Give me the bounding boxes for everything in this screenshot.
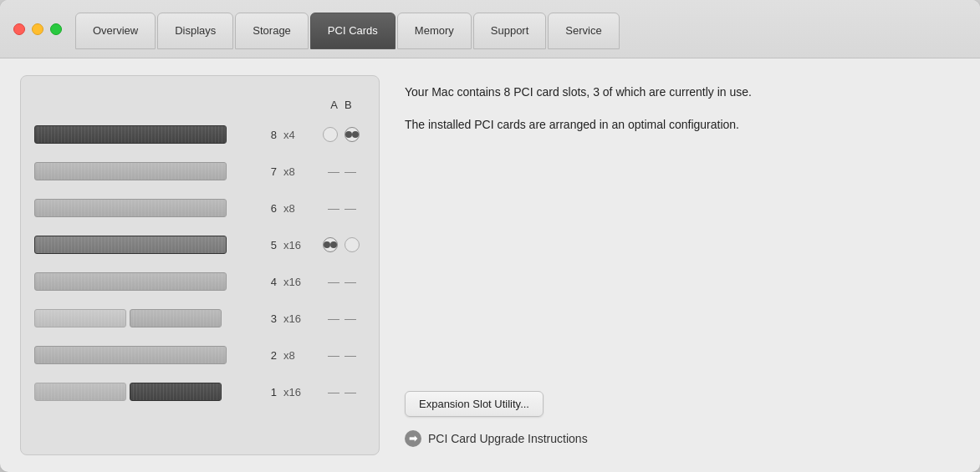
slot-5-speed: x16 bbox=[283, 239, 310, 251]
tab-overview[interactable]: Overview bbox=[75, 13, 156, 49]
content-area: A B 8 x4 bbox=[0, 58, 980, 472]
slot-6-card bbox=[34, 199, 227, 217]
window: Overview Displays Storage PCI Cards Memo… bbox=[0, 0, 980, 472]
description-text-1: Your Mac contains 8 PCI card slots, 3 of… bbox=[405, 84, 960, 101]
slot-2-dash-b: — bbox=[345, 348, 355, 362]
slot-4-card bbox=[34, 272, 227, 291]
slot-7-num: 7 bbox=[262, 165, 277, 178]
tab-pci-cards[interactable]: PCI Cards bbox=[310, 13, 396, 49]
right-panel: Your Mac contains 8 PCI card slots, 3 of… bbox=[405, 75, 960, 455]
slot-4-dash-b: — bbox=[345, 275, 355, 288]
traffic-lights bbox=[13, 23, 62, 35]
tab-bar: Overview Displays Storage PCI Cards Memo… bbox=[75, 11, 967, 48]
slot-8-indicators bbox=[317, 127, 365, 142]
tab-displays[interactable]: Displays bbox=[157, 13, 233, 49]
slot-row-2: 2 x8 — — bbox=[34, 337, 365, 373]
close-button[interactable] bbox=[13, 23, 25, 35]
slot-8-num: 8 bbox=[262, 129, 277, 141]
slot-4-dash-a: — bbox=[328, 275, 338, 288]
bottom-actions: Expansion Slot Utility... ➡ PCI Card Upg… bbox=[405, 391, 960, 447]
slot-3-dash-a: — bbox=[328, 312, 338, 325]
slot-6-cards bbox=[34, 199, 255, 217]
slot-row-4: 4 x16 — — bbox=[34, 263, 365, 300]
slot-7-dash-a: — bbox=[328, 165, 338, 178]
slot-row-6: 6 x8 — — bbox=[34, 190, 365, 226]
tab-memory[interactable]: Memory bbox=[397, 13, 472, 49]
slot-5-cards bbox=[34, 236, 255, 254]
slot-5-radio-b[interactable] bbox=[345, 237, 360, 252]
slot-7-cards bbox=[34, 162, 255, 180]
slot-1-indicators: — — bbox=[317, 385, 365, 398]
slot-3-card-left bbox=[34, 309, 126, 327]
ab-headers: A B bbox=[317, 99, 365, 111]
slot-4-cards bbox=[34, 272, 255, 291]
description-text-2: The installed PCI cards are arranged in … bbox=[405, 116, 960, 134]
slot-8-radio-a[interactable] bbox=[323, 127, 338, 142]
slot-6-dash-a: — bbox=[328, 201, 338, 215]
slot-8-speed: x4 bbox=[283, 129, 310, 141]
slot-7-dash-b: — bbox=[345, 165, 355, 178]
slot-3-card-right bbox=[130, 309, 222, 327]
slot-3-speed: x16 bbox=[283, 312, 310, 325]
description-area: Your Mac contains 8 PCI card slots, 3 of… bbox=[405, 84, 960, 149]
slot-row-8: 8 x4 bbox=[34, 116, 365, 153]
slot-2-speed: x8 bbox=[283, 349, 310, 362]
maximize-button[interactable] bbox=[50, 23, 62, 35]
slot-2-card bbox=[34, 346, 227, 364]
slot-6-num: 6 bbox=[262, 202, 277, 215]
pci-slots-panel: A B 8 x4 bbox=[20, 75, 380, 455]
slot-1-card-right bbox=[130, 383, 222, 401]
slot-7-indicators: — — bbox=[317, 165, 365, 178]
slot-2-dash-a: — bbox=[328, 348, 338, 362]
col-b-header: B bbox=[345, 99, 352, 111]
slot-7-card bbox=[34, 162, 227, 180]
minimize-button[interactable] bbox=[32, 23, 43, 35]
slot-3-dash-b: — bbox=[345, 312, 355, 325]
slot-8-radio-b[interactable] bbox=[345, 127, 360, 142]
slot-3-num: 3 bbox=[262, 312, 277, 325]
slot-4-indicators: — — bbox=[317, 275, 365, 288]
slot-row-3: 3 x16 — — bbox=[34, 300, 365, 337]
upgrade-icon: ➡ bbox=[405, 430, 421, 447]
slot-row-1: 1 x16 — — bbox=[34, 373, 365, 410]
slot-3-indicators: — — bbox=[317, 312, 365, 325]
slot-8-card bbox=[34, 125, 227, 144]
slot-2-cards bbox=[34, 346, 255, 364]
slot-4-speed: x16 bbox=[283, 276, 310, 288]
slot-6-dash-b: — bbox=[345, 201, 355, 215]
tab-support[interactable]: Support bbox=[473, 13, 547, 49]
slot-7-speed: x8 bbox=[283, 165, 310, 178]
slot-1-num: 1 bbox=[262, 386, 277, 398]
slot-5-radio-a[interactable] bbox=[323, 237, 338, 252]
slot-5-num: 5 bbox=[262, 239, 277, 251]
upgrade-link-label: PCI Card Upgrade Instructions bbox=[428, 432, 588, 445]
slot-1-card-left bbox=[34, 383, 126, 401]
slot-1-speed: x16 bbox=[283, 386, 310, 398]
col-a-header: A bbox=[330, 99, 338, 111]
tab-service[interactable]: Service bbox=[548, 13, 619, 49]
column-headers: A B bbox=[34, 93, 365, 116]
titlebar: Overview Displays Storage PCI Cards Memo… bbox=[0, 0, 980, 58]
slot-row-7: 7 x8 — — bbox=[34, 153, 365, 190]
slot-1-cards bbox=[34, 383, 255, 401]
upgrade-link[interactable]: ➡ PCI Card Upgrade Instructions bbox=[405, 430, 960, 447]
slot-5-card bbox=[34, 236, 227, 254]
slot-6-speed: x8 bbox=[283, 202, 310, 215]
expansion-slot-utility-button[interactable]: Expansion Slot Utility... bbox=[405, 391, 544, 417]
slot-4-num: 4 bbox=[262, 276, 277, 288]
tab-storage[interactable]: Storage bbox=[235, 13, 309, 49]
slot-2-num: 2 bbox=[262, 349, 277, 362]
slot-row-5: 5 x16 bbox=[34, 226, 365, 263]
slot-6-indicators: — — bbox=[317, 201, 365, 215]
slot-1-dash-b: — bbox=[345, 385, 355, 398]
slot-5-indicators bbox=[317, 237, 365, 252]
slot-2-indicators: — — bbox=[317, 348, 365, 362]
slot-8-cards bbox=[34, 125, 255, 144]
slot-3-cards bbox=[34, 309, 255, 327]
slot-1-dash-a: — bbox=[328, 385, 338, 398]
